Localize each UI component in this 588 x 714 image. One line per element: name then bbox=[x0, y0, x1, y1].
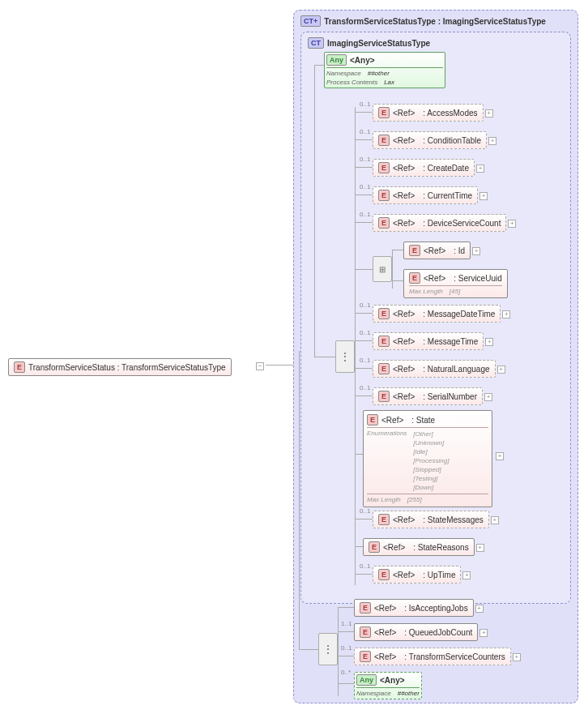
choice-compositor[interactable]: ⊞ bbox=[373, 256, 392, 282]
ref-access-modes[interactable]: E <Ref> : AccessModes bbox=[373, 104, 484, 122]
expand-handle[interactable]: + bbox=[485, 109, 493, 118]
any-namespace-row: Namespace##other bbox=[326, 67, 443, 77]
outer-complextype: CT+ TransformServiceStatusType : Imaging… bbox=[293, 10, 578, 703]
outer-ct-label: TransformServiceStatusType : ImagingServ… bbox=[324, 17, 546, 26]
any-tag: Any bbox=[326, 54, 347, 66]
ref-transform-service-counters[interactable]: E <Ref> : TransformServiceCounters bbox=[354, 648, 511, 665]
outer-any-block[interactable]: Any <Any> Namespace##other bbox=[354, 672, 422, 699]
inner-complextype: CT ImagingServiceStatusType Any <Any> Na… bbox=[300, 32, 571, 604]
outer-ct-header[interactable]: CT+ TransformServiceStatusType : Imaging… bbox=[297, 14, 574, 28]
ref-uptime[interactable]: E <Ref> : UpTime bbox=[373, 566, 461, 584]
expand-handle[interactable]: − bbox=[256, 362, 264, 370]
any-block[interactable]: Any <Any> Namespace##other Process Conte… bbox=[324, 52, 445, 88]
outer-sequence-compositor[interactable] bbox=[318, 633, 338, 665]
any-label: <Any> bbox=[350, 56, 375, 65]
ref-id[interactable]: E <Ref> : Id bbox=[403, 242, 471, 259]
e-tag: E bbox=[378, 107, 390, 118]
inner-ct-header[interactable]: CT ImagingServiceStatusType bbox=[305, 36, 567, 50]
cardinality: 0..1 bbox=[360, 100, 370, 108]
ref-queued-job-count[interactable]: E <Ref> : QueuedJobCount bbox=[354, 623, 478, 641]
ctplus-tag: CT+ bbox=[300, 15, 321, 27]
inner-ct-label: ImagingServiceStatusType bbox=[327, 39, 430, 48]
ref-state-reasons[interactable]: E <Ref> : StateReasons bbox=[363, 538, 475, 556]
state-enumerations: [Other][Unknown][Idle][Processing][Stopp… bbox=[413, 430, 449, 492]
ref-state-messages[interactable]: E <Ref> : StateMessages bbox=[373, 511, 489, 528]
e-tag: E bbox=[14, 361, 25, 373]
root-element[interactable]: E TransformServiceStatus : TransformServ… bbox=[8, 358, 232, 376]
sequence-compositor[interactable] bbox=[335, 340, 355, 373]
ref-create-date[interactable]: E <Ref> : CreateDate bbox=[373, 159, 475, 177]
ref-current-time[interactable]: E <Ref> : CurrentTime bbox=[373, 186, 478, 204]
ref-message-datetime[interactable]: E <Ref> : MessageDateTime bbox=[373, 305, 501, 323]
ref-condition-table[interactable]: E <Ref> : ConditionTable bbox=[373, 131, 487, 149]
ref-state[interactable]: E <Ref> : State Enumerations [Other][Unk… bbox=[363, 410, 492, 507]
element-label: : AccessModes bbox=[423, 109, 477, 118]
ref-device-service-count[interactable]: E <Ref> : DeviceServiceCount bbox=[373, 214, 506, 232]
root-label: TransformServiceStatus : TransformServic… bbox=[28, 363, 226, 372]
ref-service-uuid[interactable]: E <Ref> : ServiceUuid Max Length[45] bbox=[403, 269, 508, 298]
ref-serial-number[interactable]: E <Ref> : SerialNumber bbox=[373, 387, 483, 405]
ref-natural-language[interactable]: E <Ref> : NaturalLanguage bbox=[373, 360, 496, 378]
ref-label: <Ref> bbox=[393, 109, 415, 118]
ref-is-accepting-jobs[interactable]: E <Ref> : IsAcceptingJobs bbox=[354, 599, 474, 617]
ref-message-time[interactable]: E <Ref> : MessageTime bbox=[373, 332, 484, 350]
any-process-row: Process ContentsLax bbox=[326, 79, 443, 86]
xsd-diagram: E TransformServiceStatus : TransformServ… bbox=[8, 8, 580, 706]
ct-tag: CT bbox=[308, 37, 324, 49]
